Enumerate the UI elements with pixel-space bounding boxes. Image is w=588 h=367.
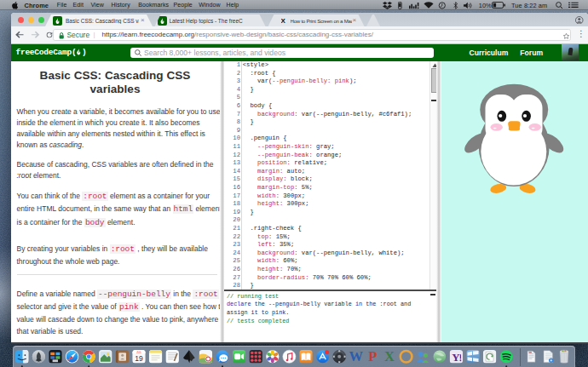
svg-text:X: X xyxy=(384,348,395,364)
svg-text:19: 19 xyxy=(135,354,143,363)
svg-text:W: W xyxy=(349,348,364,364)
svg-text:JUL: JUL xyxy=(136,351,141,354)
svg-text:Y: Y xyxy=(452,351,460,364)
svg-text:P: P xyxy=(368,348,377,364)
